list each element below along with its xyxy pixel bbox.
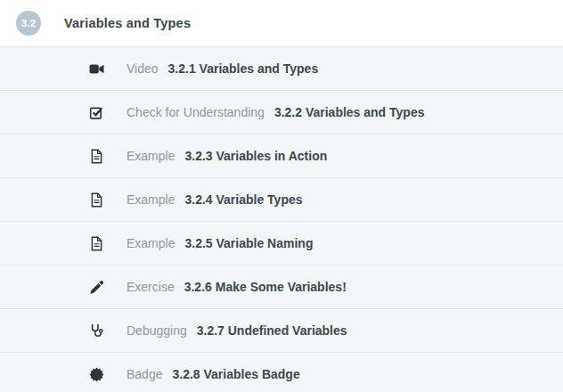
badge-icon <box>89 367 104 382</box>
lesson-type-label: Badge <box>126 367 162 381</box>
stethoscope-icon <box>89 323 104 339</box>
course-module-panel: 3.2 Variables and Types Video 3.2.1 Vari… <box>0 0 563 392</box>
lesson-type-label: Exercise <box>126 280 175 294</box>
module-title: Variables and Types <box>64 16 191 30</box>
lesson-title-link[interactable]: 3.2.8 Variables Badge <box>172 367 299 381</box>
lesson-title-link[interactable]: 3.2.2 Variables and Types <box>274 105 425 119</box>
document-icon <box>89 236 104 251</box>
lesson-type-label: Example <box>126 236 175 250</box>
lesson-row[interactable]: Debugging 3.2.7 Undefined Variables <box>0 308 563 352</box>
lesson-type-label: Check for Understanding <box>126 105 265 119</box>
lesson-row[interactable]: Example 3.2.3 Variables in Action <box>0 134 563 177</box>
lesson-title-link[interactable]: 3.2.7 Undefined Variables <box>197 323 347 338</box>
module-header: 3.2 Variables and Types <box>0 0 563 46</box>
lesson-list: Video 3.2.1 Variables and Types Check fo… <box>0 46 563 392</box>
video-icon <box>89 61 104 77</box>
lesson-title-link[interactable]: 3.2.4 Variable Types <box>184 192 302 207</box>
check-square-icon <box>89 105 104 120</box>
lesson-type-label: Debugging <box>126 323 187 338</box>
lesson-row[interactable]: Video 3.2.1 Variables and Types <box>0 46 563 90</box>
lesson-title-link[interactable]: 3.2.3 Variables in Action <box>184 149 327 163</box>
lesson-type-label: Example <box>126 192 175 207</box>
lesson-type-label: Video <box>126 61 159 76</box>
lesson-row[interactable]: Example 3.2.4 Variable Types <box>0 177 563 221</box>
document-icon <box>89 149 104 164</box>
document-icon <box>89 192 104 208</box>
module-number-badge: 3.2 <box>16 11 41 36</box>
pencil-icon <box>89 280 104 295</box>
lesson-type-label: Example <box>126 149 175 163</box>
lesson-title-link[interactable]: 3.2.5 Variable Naming <box>184 236 313 250</box>
lesson-row[interactable]: Exercise 3.2.6 Make Some Variables! <box>0 265 563 308</box>
lesson-title-link[interactable]: 3.2.1 Variables and Types <box>168 61 319 76</box>
lesson-title-link[interactable]: 3.2.6 Make Some Variables! <box>184 280 347 294</box>
lesson-row[interactable]: Badge 3.2.8 Variables Badge <box>0 352 563 392</box>
lesson-row[interactable]: Example 3.2.5 Variable Naming <box>0 221 563 265</box>
lesson-row[interactable]: Check for Understanding 3.2.2 Variables … <box>0 90 563 134</box>
